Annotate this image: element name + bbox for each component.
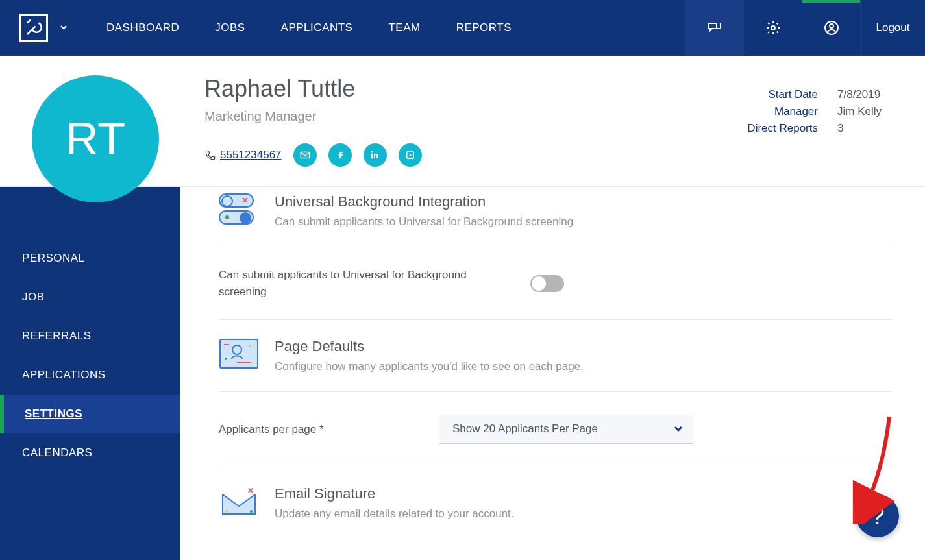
help-button[interactable]: ? bbox=[856, 494, 899, 537]
topnav-right: Logout bbox=[685, 0, 925, 56]
help-icon: ? bbox=[870, 502, 884, 530]
svg-text:✕: ✕ bbox=[247, 486, 254, 495]
applicants-per-page-label: Applicants per page * bbox=[219, 423, 439, 436]
main-content[interactable]: ✕ Universal Background Integration Can s… bbox=[180, 187, 925, 560]
sidebar-item-personal[interactable]: PERSONAL bbox=[0, 239, 180, 278]
email-signature-desc: Update any email details related to your… bbox=[275, 507, 514, 520]
app-switcher-chevron[interactable] bbox=[60, 23, 68, 33]
messages-button[interactable] bbox=[685, 0, 743, 56]
sidebar-item-job[interactable]: JOB bbox=[0, 278, 180, 317]
phone-number: 5551234567 bbox=[220, 149, 282, 162]
svg-point-2 bbox=[830, 24, 833, 28]
profile-meta: Start Date 7/8/2019 Manager Jim Kelly Di… bbox=[747, 88, 886, 139]
logo-area bbox=[0, 14, 68, 42]
nav-dashboard[interactable]: DASHBOARD bbox=[106, 21, 179, 34]
svg-rect-4 bbox=[371, 154, 373, 159]
applicants-per-page-select[interactable]: Show 20 Applicants Per Page bbox=[439, 415, 693, 444]
phone-icon bbox=[204, 149, 216, 161]
email-button[interactable] bbox=[293, 143, 317, 167]
sidebar: PERSONAL JOB REFERRALS APPLICATIONS SETT… bbox=[0, 187, 180, 560]
svg-point-7 bbox=[409, 154, 411, 156]
svg-point-17 bbox=[250, 510, 253, 513]
start-date-value: 7/8/2019 bbox=[837, 88, 886, 101]
applicants-per-page-row: Applicants per page * Show 20 Applicants… bbox=[219, 392, 893, 467]
avatar: RT bbox=[32, 75, 159, 202]
phone-link[interactable]: 5551234567 bbox=[204, 149, 282, 162]
start-date-label: Start Date bbox=[768, 88, 818, 101]
email-signature-title: Email Signature bbox=[275, 485, 514, 502]
facebook-icon bbox=[334, 149, 346, 161]
top-nav: DASHBOARD JOBS APPLICANTS TEAM REPORTS L… bbox=[0, 0, 925, 56]
contact-row: 5551234567 bbox=[204, 143, 886, 167]
svg-point-0 bbox=[771, 26, 775, 30]
email-icon bbox=[299, 149, 311, 161]
universal-toggle-row: Can submit applicants to Universal for B… bbox=[219, 247, 893, 320]
email-signature-icon: ✕ bbox=[219, 485, 259, 517]
facebook-button[interactable] bbox=[328, 143, 352, 167]
sidebar-item-calendars[interactable]: CALENDARS bbox=[0, 433, 180, 472]
svg-point-10 bbox=[225, 358, 227, 360]
section-email-signature: ✕ Email Signature Update any email detai… bbox=[219, 467, 893, 539]
sidebar-item-applications[interactable]: APPLICATIONS bbox=[0, 356, 180, 395]
app-logo[interactable] bbox=[19, 14, 48, 42]
manager-label: Manager bbox=[774, 105, 818, 118]
universal-toggle[interactable] bbox=[530, 275, 564, 292]
profile-button[interactable] bbox=[802, 0, 860, 56]
linkedin-button[interactable] bbox=[364, 143, 387, 167]
twitter-button[interactable] bbox=[399, 143, 422, 167]
svg-point-16 bbox=[225, 510, 228, 513]
linkedin-icon bbox=[369, 149, 381, 161]
direct-reports-label: Direct Reports bbox=[747, 122, 818, 135]
page-defaults-icon bbox=[219, 338, 259, 369]
nav-applicants[interactable]: APPLICANTS bbox=[281, 21, 353, 34]
direct-reports-value: 3 bbox=[837, 122, 886, 135]
toggle-pair-icon: ✕ bbox=[219, 193, 259, 225]
universal-desc: Can submit applicants to Universal for B… bbox=[275, 215, 573, 228]
universal-toggle-label: Can submit applicants to Universal for B… bbox=[219, 267, 504, 300]
profile-header: RT Raphael Tuttle Marketing Manager 5551… bbox=[0, 56, 925, 187]
body-area: PERSONAL JOB REFERRALS APPLICATIONS SETT… bbox=[0, 187, 925, 560]
nav-reports[interactable]: REPORTS bbox=[456, 21, 512, 34]
settings-gear-button[interactable] bbox=[743, 0, 802, 56]
svg-point-11 bbox=[249, 345, 251, 347]
nav-team[interactable]: TEAM bbox=[388, 21, 420, 34]
svg-point-5 bbox=[371, 151, 373, 153]
main-nav-links: DASHBOARD JOBS APPLICANTS TEAM REPORTS bbox=[106, 21, 512, 34]
sidebar-item-referrals[interactable]: REFERRALS bbox=[0, 317, 180, 356]
nav-jobs[interactable]: JOBS bbox=[215, 21, 245, 34]
page-defaults-title: Page Defaults bbox=[275, 338, 584, 355]
section-page-defaults: Page Defaults Configure how many applica… bbox=[219, 320, 893, 391]
logout-button[interactable]: Logout bbox=[860, 0, 925, 56]
section-universal-background: ✕ Universal Background Integration Can s… bbox=[219, 187, 893, 247]
page-defaults-desc: Configure how many applicants you'd like… bbox=[275, 360, 584, 373]
universal-title: Universal Background Integration bbox=[275, 193, 573, 210]
manager-value: Jim Kelly bbox=[837, 105, 886, 118]
sidebar-item-settings[interactable]: SETTINGS bbox=[0, 395, 180, 433]
twitter-icon bbox=[404, 149, 416, 161]
